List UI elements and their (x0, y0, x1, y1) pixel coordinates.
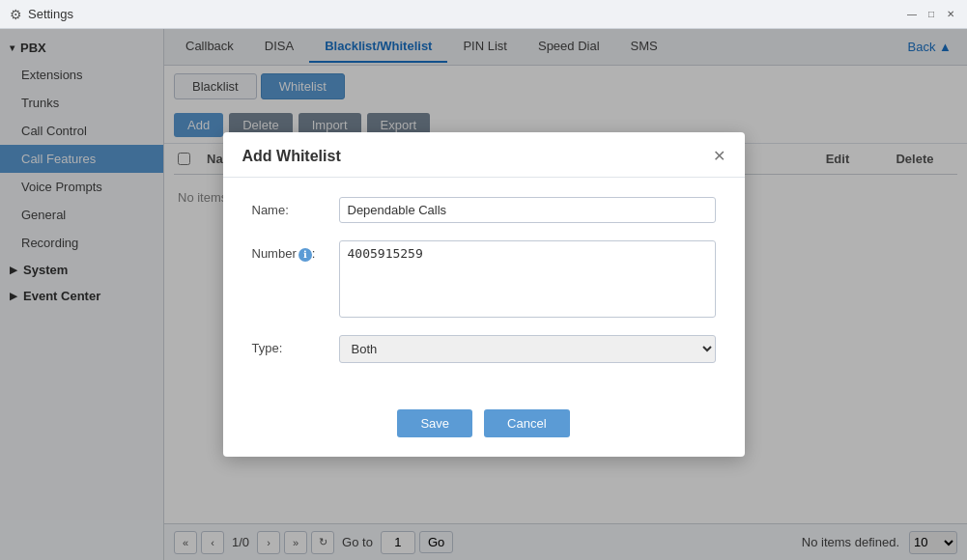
number-row: Numberℹ: 4005915259 (252, 240, 716, 318)
save-button[interactable]: Save (397, 409, 472, 437)
titlebar: ⚙ Settings — □ ✕ (0, 0, 967, 29)
name-row: Name: (252, 197, 716, 223)
maximize-button[interactable]: □ (924, 8, 938, 21)
modal-footer: Save Cancel (223, 400, 745, 457)
name-label: Name: (252, 197, 339, 217)
number-textarea[interactable]: 4005915259 (339, 240, 716, 318)
close-button[interactable]: ✕ (944, 8, 957, 21)
settings-icon: ⚙ (10, 7, 22, 22)
type-label: Type: (252, 335, 339, 355)
window-controls: — □ ✕ (905, 8, 957, 21)
cancel-button[interactable]: Cancel (484, 409, 569, 437)
minimize-button[interactable]: — (905, 8, 919, 21)
modal-title: Add Whitelist (242, 148, 341, 165)
number-label: Numberℹ: (252, 240, 339, 262)
number-info-icon[interactable]: ℹ (299, 248, 312, 262)
add-whitelist-modal: Add Whitelist ✕ Name: Numberℹ: 400591525… (223, 132, 745, 457)
titlebar-title: Settings (28, 7, 905, 21)
modal-overlay: Add Whitelist ✕ Name: Numberℹ: 400591525… (0, 29, 967, 560)
name-input[interactable] (339, 197, 716, 223)
type-row: Type: Both Inbound Outbound (252, 335, 716, 363)
modal-body: Name: Numberℹ: 4005915259 Type: Both Inb… (223, 178, 745, 400)
modal-close-button[interactable]: ✕ (713, 149, 725, 164)
type-select[interactable]: Both Inbound Outbound (339, 335, 716, 363)
modal-header: Add Whitelist ✕ (223, 132, 745, 178)
